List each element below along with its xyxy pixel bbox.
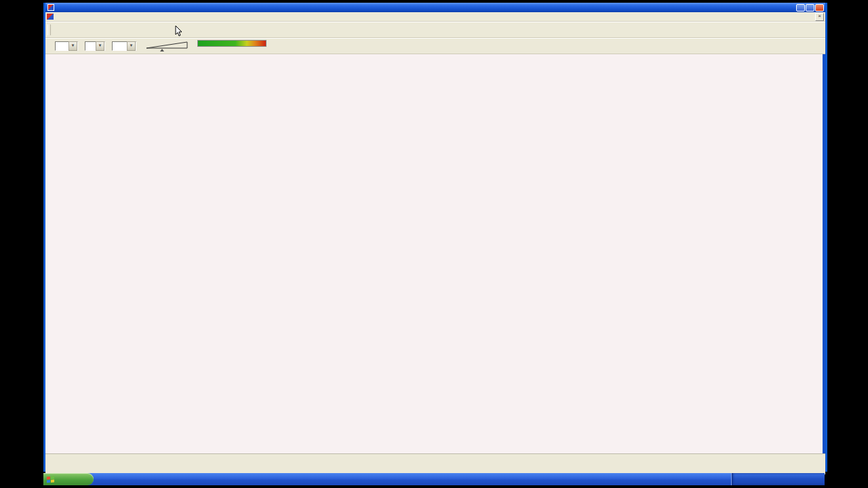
menu-bar: ×	[45, 12, 825, 22]
taskbar	[43, 473, 825, 485]
toolbar-grip[interactable]	[47, 24, 51, 35]
document-icon	[47, 14, 54, 20]
highcut-filter-select[interactable]: ▼	[112, 41, 136, 51]
chevron-down-icon[interactable]: ▼	[96, 41, 104, 51]
level-meter	[197, 39, 299, 53]
title-bar[interactable]	[45, 3, 825, 12]
volume-slider[interactable]	[146, 41, 189, 52]
chevron-down-icon[interactable]: ▼	[68, 41, 77, 51]
windows-flag-icon	[47, 476, 54, 483]
waveform-area	[45, 54, 825, 453]
lowcut-filter-select[interactable]: ▼	[85, 41, 105, 51]
screen: × ▼ ▼ ▼	[0, 0, 868, 488]
playback-channel-select[interactable]: ▼	[55, 41, 78, 51]
mcgview-window: × ▼ ▼ ▼	[43, 3, 827, 472]
close-button[interactable]	[815, 4, 824, 12]
status-bar-row1	[45, 461, 825, 468]
maximize-button[interactable]	[806, 4, 814, 12]
mdi-close-icon[interactable]: ×	[815, 13, 824, 21]
app-icon	[47, 4, 54, 11]
system-tray	[731, 473, 825, 485]
audio-toolbar: ▼ ▼ ▼	[45, 38, 825, 54]
minimize-button[interactable]	[796, 4, 805, 12]
waveform-canvas[interactable]	[90, 54, 823, 453]
start-button[interactable]	[43, 473, 94, 485]
status-filler	[45, 453, 825, 461]
level-meter-bar	[197, 40, 267, 47]
mouse-cursor	[175, 25, 183, 37]
channel-label-column	[45, 54, 90, 453]
chevron-down-icon[interactable]: ▼	[127, 41, 136, 51]
toolbar	[45, 22, 825, 38]
